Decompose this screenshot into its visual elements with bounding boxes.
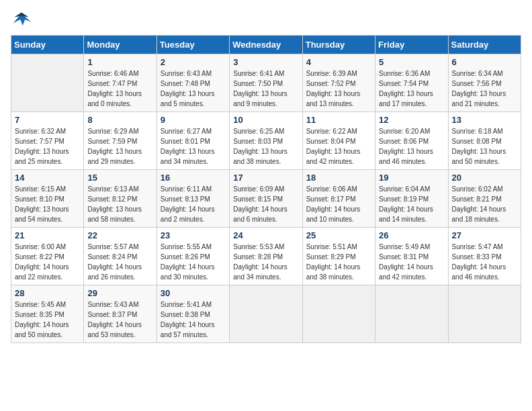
- day-info: Sunrise: 6:09 AM Sunset: 8:15 PM Dayligh…: [233, 184, 298, 224]
- calendar-cell: 20 Sunrise: 6:02 AM Sunset: 8:21 PM Dayl…: [448, 170, 521, 228]
- calendar-cell: 15 Sunrise: 6:13 AM Sunset: 8:12 PM Dayl…: [84, 170, 157, 228]
- day-number: 17: [233, 173, 298, 183]
- day-info: Sunrise: 6:02 AM Sunset: 8:21 PM Dayligh…: [452, 184, 517, 224]
- calendar-cell: 12 Sunrise: 6:20 AM Sunset: 8:06 PM Dayl…: [375, 112, 448, 170]
- calendar-cell: 16 Sunrise: 6:11 AM Sunset: 8:13 PM Dayl…: [157, 170, 229, 228]
- day-info: Sunrise: 5:57 AM Sunset: 8:24 PM Dayligh…: [87, 242, 152, 282]
- day-number: 4: [306, 57, 371, 67]
- day-number: 12: [379, 115, 444, 125]
- day-info: Sunrise: 6:11 AM Sunset: 8:13 PM Dayligh…: [161, 184, 226, 224]
- day-info: Sunrise: 5:45 AM Sunset: 8:35 PM Dayligh…: [15, 300, 80, 340]
- day-info: Sunrise: 6:32 AM Sunset: 7:57 PM Dayligh…: [15, 126, 80, 167]
- day-number: 22: [87, 230, 152, 240]
- day-info: Sunrise: 6:06 AM Sunset: 8:17 PM Dayligh…: [306, 184, 371, 224]
- calendar-cell: 19 Sunrise: 6:04 AM Sunset: 8:19 PM Dayl…: [375, 170, 448, 228]
- day-info: Sunrise: 6:25 AM Sunset: 8:03 PM Dayligh…: [233, 126, 298, 167]
- dow-header-saturday: Saturday: [448, 36, 521, 54]
- day-info: Sunrise: 5:47 AM Sunset: 8:33 PM Dayligh…: [452, 242, 517, 282]
- calendar-table: SundayMondayTuesdayWednesdayThursdayFrid…: [11, 35, 521, 343]
- calendar-cell: 6 Sunrise: 6:34 AM Sunset: 7:56 PM Dayli…: [448, 54, 521, 112]
- day-info: Sunrise: 6:41 AM Sunset: 7:50 PM Dayligh…: [233, 68, 298, 109]
- day-number: 7: [15, 115, 80, 125]
- day-number: 27: [452, 230, 517, 240]
- dow-header-thursday: Thursday: [302, 36, 375, 54]
- dow-header-wednesday: Wednesday: [230, 36, 302, 54]
- day-number: 6: [452, 57, 517, 67]
- day-number: 25: [306, 230, 371, 240]
- day-info: Sunrise: 6:27 AM Sunset: 8:01 PM Dayligh…: [161, 126, 226, 167]
- calendar-cell: 22 Sunrise: 5:57 AM Sunset: 8:24 PM Dayl…: [84, 228, 157, 285]
- calendar-cell: 5 Sunrise: 6:36 AM Sunset: 7:54 PM Dayli…: [375, 54, 448, 112]
- week-row-5: 28 Sunrise: 5:45 AM Sunset: 8:35 PM Dayl…: [11, 285, 521, 343]
- day-number: 20: [452, 173, 517, 183]
- calendar-cell: [375, 285, 448, 343]
- day-number: 2: [161, 57, 226, 67]
- day-number: 11: [306, 115, 371, 125]
- calendar-cell: [448, 285, 521, 343]
- day-number: 8: [87, 115, 152, 125]
- day-number: 14: [15, 173, 80, 183]
- calendar-cell: 3 Sunrise: 6:41 AM Sunset: 7:50 PM Dayli…: [230, 54, 302, 112]
- day-info: Sunrise: 5:49 AM Sunset: 8:31 PM Dayligh…: [379, 242, 444, 282]
- calendar-cell: 11 Sunrise: 6:22 AM Sunset: 8:04 PM Dayl…: [302, 112, 375, 170]
- day-of-week-row: SundayMondayTuesdayWednesdayThursdayFrid…: [11, 36, 521, 54]
- calendar-cell: 23 Sunrise: 5:55 AM Sunset: 8:26 PM Dayl…: [157, 228, 229, 285]
- day-info: Sunrise: 6:39 AM Sunset: 7:52 PM Dayligh…: [306, 68, 371, 109]
- day-number: 10: [233, 115, 298, 125]
- dow-header-tuesday: Tuesday: [157, 36, 229, 54]
- day-number: 26: [379, 230, 444, 240]
- dow-header-friday: Friday: [375, 36, 448, 54]
- week-row-3: 14 Sunrise: 6:15 AM Sunset: 8:10 PM Dayl…: [11, 170, 521, 228]
- day-info: Sunrise: 5:51 AM Sunset: 8:29 PM Dayligh…: [306, 242, 371, 282]
- day-info: Sunrise: 6:36 AM Sunset: 7:54 PM Dayligh…: [379, 68, 444, 109]
- calendar-body: 1 Sunrise: 6:46 AM Sunset: 7:47 PM Dayli…: [11, 54, 521, 343]
- day-number: 21: [15, 230, 80, 240]
- calendar-cell: 8 Sunrise: 6:29 AM Sunset: 7:59 PM Dayli…: [84, 112, 157, 170]
- calendar-cell: [11, 54, 84, 112]
- day-info: Sunrise: 6:43 AM Sunset: 7:48 PM Dayligh…: [161, 68, 226, 109]
- day-info: Sunrise: 6:15 AM Sunset: 8:10 PM Dayligh…: [15, 184, 80, 224]
- day-number: 18: [306, 173, 371, 183]
- calendar-cell: 14 Sunrise: 6:15 AM Sunset: 8:10 PM Dayl…: [11, 170, 84, 228]
- calendar-cell: 26 Sunrise: 5:49 AM Sunset: 8:31 PM Dayl…: [375, 228, 448, 285]
- day-number: 13: [452, 115, 517, 125]
- day-number: 23: [161, 230, 226, 240]
- day-info: Sunrise: 6:29 AM Sunset: 7:59 PM Dayligh…: [87, 126, 152, 167]
- calendar-cell: 1 Sunrise: 6:46 AM Sunset: 7:47 PM Dayli…: [84, 54, 157, 112]
- calendar-cell: 29 Sunrise: 5:43 AM Sunset: 8:37 PM Dayl…: [84, 285, 157, 343]
- calendar-cell: 30 Sunrise: 5:41 AM Sunset: 8:38 PM Dayl…: [157, 285, 229, 343]
- calendar-cell: 17 Sunrise: 6:09 AM Sunset: 8:15 PM Dayl…: [230, 170, 302, 228]
- day-info: Sunrise: 5:53 AM Sunset: 8:28 PM Dayligh…: [233, 242, 298, 282]
- calendar-cell: 24 Sunrise: 5:53 AM Sunset: 8:28 PM Dayl…: [230, 228, 302, 285]
- day-number: 19: [379, 173, 444, 183]
- calendar-cell: 28 Sunrise: 5:45 AM Sunset: 8:35 PM Dayl…: [11, 285, 84, 343]
- dow-header-monday: Monday: [84, 36, 157, 54]
- week-row-4: 21 Sunrise: 6:00 AM Sunset: 8:22 PM Dayl…: [11, 228, 521, 285]
- calendar-cell: 25 Sunrise: 5:51 AM Sunset: 8:29 PM Dayl…: [302, 228, 375, 285]
- day-number: 28: [15, 288, 80, 298]
- calendar-cell: 10 Sunrise: 6:25 AM Sunset: 8:03 PM Dayl…: [230, 112, 302, 170]
- calendar-cell: [302, 285, 375, 343]
- calendar-cell: 2 Sunrise: 6:43 AM Sunset: 7:48 PM Dayli…: [157, 54, 229, 112]
- logo-icon: [11, 11, 32, 30]
- calendar-cell: [230, 285, 302, 343]
- day-info: Sunrise: 5:41 AM Sunset: 8:38 PM Dayligh…: [161, 300, 226, 340]
- calendar-cell: 13 Sunrise: 6:18 AM Sunset: 8:08 PM Dayl…: [448, 112, 521, 170]
- day-info: Sunrise: 6:13 AM Sunset: 8:12 PM Dayligh…: [87, 184, 152, 224]
- day-number: 29: [87, 288, 152, 298]
- page-header: [11, 11, 521, 30]
- day-number: 30: [161, 288, 226, 298]
- calendar-cell: 7 Sunrise: 6:32 AM Sunset: 7:57 PM Dayli…: [11, 112, 84, 170]
- calendar-cell: 21 Sunrise: 6:00 AM Sunset: 8:22 PM Dayl…: [11, 228, 84, 285]
- day-info: Sunrise: 6:22 AM Sunset: 8:04 PM Dayligh…: [306, 126, 371, 167]
- week-row-1: 1 Sunrise: 6:46 AM Sunset: 7:47 PM Dayli…: [11, 54, 521, 112]
- calendar-cell: 4 Sunrise: 6:39 AM Sunset: 7:52 PM Dayli…: [302, 54, 375, 112]
- day-number: 16: [161, 173, 226, 183]
- day-info: Sunrise: 6:20 AM Sunset: 8:06 PM Dayligh…: [379, 126, 444, 167]
- day-number: 3: [233, 57, 298, 67]
- day-info: Sunrise: 5:55 AM Sunset: 8:26 PM Dayligh…: [161, 242, 226, 282]
- day-info: Sunrise: 5:43 AM Sunset: 8:37 PM Dayligh…: [87, 300, 152, 340]
- dow-header-sunday: Sunday: [11, 36, 84, 54]
- calendar-cell: 18 Sunrise: 6:06 AM Sunset: 8:17 PM Dayl…: [302, 170, 375, 228]
- calendar-cell: 27 Sunrise: 5:47 AM Sunset: 8:33 PM Dayl…: [448, 228, 521, 285]
